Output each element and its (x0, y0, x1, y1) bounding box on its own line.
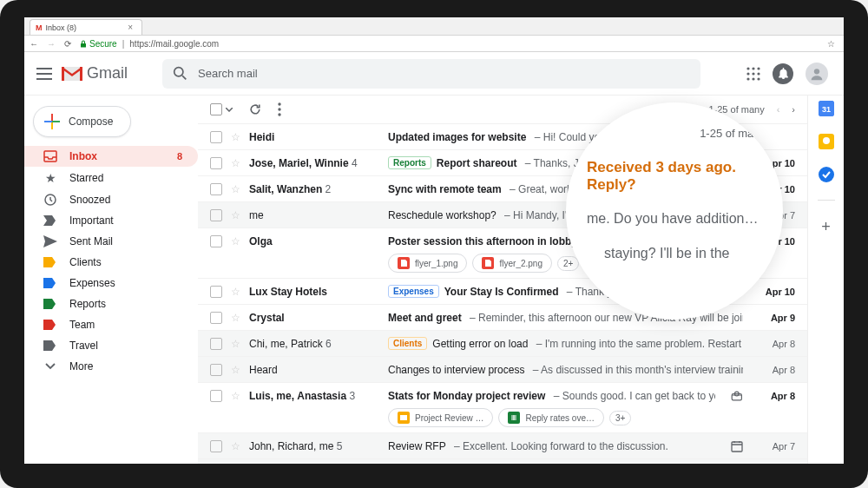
select-all-checkbox[interactable] (210, 103, 233, 115)
prev-page-icon[interactable]: ‹ (777, 104, 780, 115)
sidebar-item-label: More (69, 360, 93, 373)
close-tab-icon[interactable]: × (128, 23, 133, 32)
sidebar-item-expenses[interactable]: Expenses (24, 273, 198, 293)
message-row[interactable]: ☆ Heard Changes to interview process – A… (198, 356, 807, 382)
tasks-app-icon[interactable] (819, 167, 834, 182)
sidebar-item-snoozed[interactable]: Snoozed (24, 189, 198, 210)
refresh-icon[interactable] (248, 102, 262, 116)
snippet: – Excellent. Looking forward to the disc… (451, 440, 668, 452)
star-icon[interactable]: ☆ (231, 235, 240, 247)
attachment-chip[interactable]: flyer_1.png (388, 254, 467, 273)
calendar-app-icon[interactable]: 31 (819, 101, 834, 116)
message-row[interactable]: ☆ Chi, me, Patrick 6 Clients Getting err… (198, 330, 807, 356)
row-checkbox[interactable] (210, 390, 222, 402)
bookmark-star-icon[interactable]: ☆ (827, 39, 835, 49)
star-icon[interactable]: ☆ (231, 183, 240, 195)
sidebar-item-sent-mail[interactable]: Sent Mail (24, 231, 198, 252)
star-icon[interactable]: ☆ (231, 364, 240, 376)
mag-snippet-1: me. Do you have addition… (583, 211, 766, 227)
row-checkbox[interactable] (210, 183, 222, 195)
url-text: https://mail.google.com (129, 39, 219, 49)
add-extension-icon[interactable]: + (821, 218, 831, 236)
notifications-icon[interactable] (773, 63, 793, 84)
more-options-icon[interactable] (278, 102, 281, 116)
sidebar-item-travel[interactable]: Travel (24, 335, 198, 356)
message-row[interactable]: ☆ Andrea, Jose 3 Reports Baseline graphs… (198, 458, 807, 464)
message-row[interactable]: ☆ John, Richard, me 5 Review RFP – Excel… (198, 432, 807, 458)
message-content: Clients Getting error on load – I'm runn… (388, 337, 743, 350)
sidebar-item-more[interactable]: More (24, 356, 198, 377)
snippet: – I'm running into the same problem. Res… (533, 338, 743, 350)
svg-point-17 (278, 113, 280, 115)
sidebar-item-label: Important (69, 214, 114, 227)
message-content: Review RFP – Excellent. Looking forward … (388, 440, 717, 452)
attachment-chip[interactable]: Project Review … (388, 408, 493, 427)
category-label: Reports (388, 156, 431, 169)
svg-point-11 (757, 77, 760, 80)
sidebar-item-team[interactable]: Team (24, 314, 198, 335)
compose-button[interactable]: Compose (33, 106, 131, 137)
search-input[interactable]: Search mail (162, 59, 700, 89)
row-checkbox[interactable] (210, 157, 222, 169)
star-icon[interactable]: ☆ (231, 390, 240, 402)
app-header: Gmail Search mail (24, 52, 844, 96)
row-checkbox[interactable] (210, 312, 222, 324)
gmail-logo[interactable]: Gmail (61, 64, 128, 82)
sidebar-item-clients[interactable]: Clients (24, 252, 198, 273)
forward-icon[interactable]: → (47, 39, 56, 49)
sidebar-item-label: Team (69, 319, 95, 331)
back-icon[interactable]: ← (30, 39, 38, 49)
svg-point-32 (819, 167, 834, 182)
address-bar[interactable]: Secure | https://mail.google.com (80, 39, 819, 49)
date: Apr 10 (752, 287, 795, 297)
sidebar-item-important[interactable]: Important (24, 210, 198, 231)
row-checkbox[interactable] (210, 364, 222, 376)
row-checkbox[interactable] (210, 440, 222, 452)
sidebar-item-label: Travel (69, 340, 98, 352)
clients-icon (43, 257, 57, 267)
attachment-chip[interactable]: Reply rates ove… (498, 408, 603, 427)
sidebar-item-label: Inbox (69, 150, 97, 162)
subject: Stats for Monday project review (388, 390, 545, 402)
row-checkbox[interactable] (210, 235, 222, 247)
attachment-overflow[interactable]: 3+ (609, 411, 631, 425)
attachment-chip[interactable]: flyer_2.png (472, 254, 551, 273)
sidebar-item-reports[interactable]: Reports (24, 293, 198, 314)
row-checkbox[interactable] (210, 338, 222, 350)
row-checkbox[interactable] (210, 286, 222, 298)
star-icon[interactable]: ☆ (231, 312, 240, 324)
menu-icon[interactable] (36, 68, 52, 80)
sidebar-item-label: Reports (69, 298, 106, 310)
sidebar-item-label: Clients (69, 256, 102, 268)
reload-icon[interactable]: ⟳ (64, 39, 71, 49)
date: Apr 9 (752, 313, 795, 323)
star-icon[interactable]: ☆ (231, 286, 240, 298)
row-checkbox[interactable] (210, 209, 222, 221)
svg-point-9 (746, 77, 749, 80)
subject: Meet and greet (388, 312, 462, 324)
sidebar: Compose Inbox 8★ Starred Snoozed Importa… (24, 52, 198, 464)
star-icon[interactable]: ☆ (231, 440, 240, 452)
keep-app-icon[interactable] (819, 134, 834, 149)
svg-point-5 (757, 67, 760, 69)
star-icon[interactable]: ☆ (231, 209, 240, 221)
important-icon (43, 215, 57, 226)
message-row[interactable]: ☆ Luis, me, Anastasia 3 Stats for Monday… (198, 382, 807, 408)
apps-grid-icon[interactable] (746, 67, 760, 81)
star-icon[interactable]: ☆ (231, 131, 240, 143)
date: Apr 7 (752, 441, 795, 452)
sender: John, Richard, me 5 (249, 440, 379, 452)
right-rail: 31 + (807, 52, 844, 464)
star-icon[interactable]: ☆ (231, 338, 240, 350)
sidebar-item-inbox[interactable]: Inbox 8 (24, 146, 198, 167)
gmail-logo-icon (61, 65, 83, 82)
account-avatar[interactable] (806, 63, 828, 85)
row-checkbox[interactable] (210, 131, 222, 143)
sidebar-item-count: 8 (177, 151, 182, 162)
sidebar-item-starred[interactable]: ★ Starred (24, 167, 198, 189)
svg-point-4 (752, 67, 754, 69)
next-page-icon[interactable]: › (792, 104, 795, 115)
sender: Chi, me, Patrick 6 (249, 338, 379, 350)
star-icon[interactable]: ☆ (231, 157, 240, 169)
browser-tab[interactable]: M Inbox (8) × (30, 19, 142, 35)
